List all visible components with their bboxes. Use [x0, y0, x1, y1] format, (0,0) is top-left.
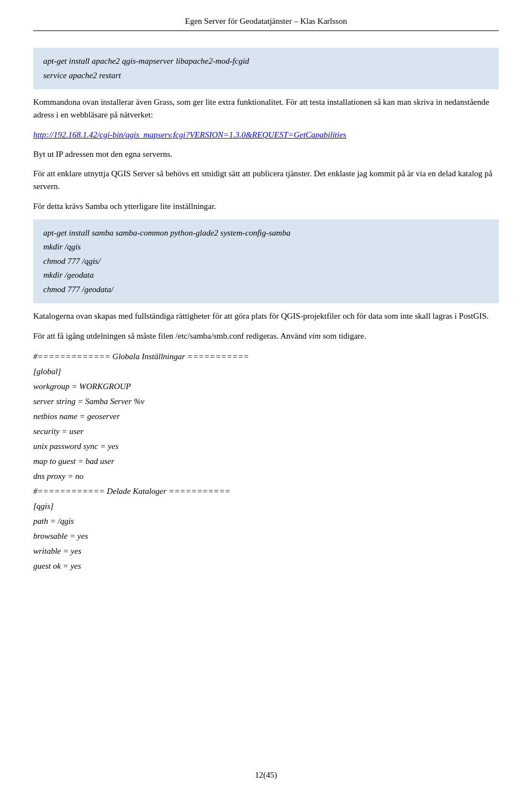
config-block-smb: #============= Globala Inställningar ===… [33, 349, 499, 574]
samba-line-2: chmod 777 /qgis/ [43, 254, 489, 269]
config-line-9: #============ Delade Kataloger =========… [33, 484, 499, 499]
config-line-1: [global] [33, 364, 499, 379]
page-header: Egen Server för Geodatatjänster – Klas K… [33, 17, 499, 31]
page-footer: 12(45) [0, 770, 532, 780]
paragraph-1: Kommandona ovan installerar även Grass, … [33, 96, 499, 122]
code-line-1: apt-get install apache2 qgis-mapserver l… [43, 54, 489, 69]
code-block-install: apt-get install apache2 qgis-mapserver l… [33, 48, 499, 89]
paragraph-2: Byt ut IP adressen mot den egna serverns… [33, 148, 499, 161]
samba-line-0: apt-get install samba samba-common pytho… [43, 226, 489, 241]
config-line-6: unix password sync = yes [33, 439, 499, 454]
config-line-8: dns proxy = no [33, 469, 499, 484]
paragraph-6: För att få igång utdelningen så måste fi… [33, 330, 499, 343]
page-container: Egen Server för Geodatatjänster – Klas K… [0, 0, 532, 791]
config-line-3: server string = Samba Server %v [33, 394, 499, 409]
config-line-5: security = user [33, 424, 499, 439]
config-line-0: #============= Globala Inställningar ===… [33, 349, 499, 364]
config-line-13: writable = yes [33, 544, 499, 559]
samba-line-3: mkdir /geodata [43, 268, 489, 283]
config-line-12: browsable = yes [33, 529, 499, 544]
page-number: 12(45) [255, 770, 277, 779]
paragraph-4: För detta krävs Samba och ytterligare li… [33, 200, 499, 213]
header-title: Egen Server för Geodatatjänster – Klas K… [185, 17, 347, 25]
capabilities-link[interactable]: http://192.168.1.42/cgi-bin/qgis_mapserv… [33, 130, 346, 139]
link-paragraph: http://192.168.1.42/cgi-bin/qgis_mapserv… [33, 129, 499, 141]
paragraph-5: Katalogerna ovan skapas med fullständiga… [33, 310, 499, 323]
code-block-samba: apt-get install samba samba-common pytho… [33, 220, 499, 304]
code-line-2: service apache2 restart [43, 69, 489, 83]
config-line-7: map to guest = bad user [33, 454, 499, 469]
paragraph-3: För att enklare utnyttja QGIS Server så … [33, 167, 499, 193]
samba-line-1: mkdir /qgis [43, 240, 489, 254]
config-line-10: [qgis] [33, 499, 499, 514]
samba-line-4: chmod 777 /geodata/ [43, 283, 489, 297]
config-line-14: guest ok = yes [33, 559, 499, 574]
config-line-4: netbios name = geoserver [33, 409, 499, 424]
config-line-11: path = /qgis [33, 514, 499, 529]
config-line-2: workgroup = WORKGROUP [33, 379, 499, 394]
